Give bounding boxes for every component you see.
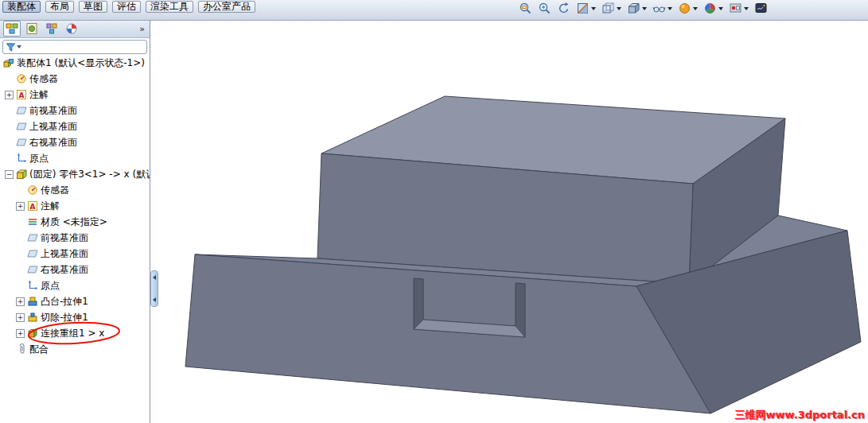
annotations-icon: A xyxy=(16,89,27,100)
collapse-icon[interactable]: − xyxy=(5,170,14,179)
filter-box[interactable] xyxy=(2,40,147,54)
tree-item[interactable]: 装配体1 (默认<显示状态-1>) xyxy=(0,55,150,71)
propertymanager-icon xyxy=(25,22,38,35)
edit-appearance-button[interactable] xyxy=(754,2,768,15)
tree-item[interactable]: 材质 <未指定> xyxy=(0,214,150,230)
collapse-arrow-icon xyxy=(153,275,156,280)
cut-extrude-icon xyxy=(27,312,38,323)
zoom-to-fit-button[interactable] xyxy=(538,2,551,15)
tree-item[interactable]: 原点 xyxy=(0,150,150,166)
filter-input[interactable] xyxy=(22,42,144,52)
display-style-button[interactable] xyxy=(627,2,647,15)
ribbon-tab-6[interactable]: 办公室产品 xyxy=(198,1,255,13)
featuremanager-tree-tab[interactable] xyxy=(3,21,21,37)
tree-item-label: 传感器 xyxy=(41,184,69,197)
tree-item[interactable]: 前视基准面 xyxy=(0,103,150,118)
tree-item[interactable]: 原点 xyxy=(0,277,150,293)
tree-item-label: 上视基准面 xyxy=(29,120,77,134)
ribbon-tab-5[interactable]: 渲染工具 xyxy=(146,1,193,13)
dropdown-caret-icon[interactable] xyxy=(744,7,749,10)
graphics-area[interactable]: 三维网www.3dportal.cn xyxy=(151,20,868,423)
zoom-area-button[interactable] xyxy=(519,2,532,15)
expand-icon[interactable]: + xyxy=(5,91,14,99)
material-icon xyxy=(27,216,38,227)
section-view-icon xyxy=(576,2,590,15)
tree-item-label: 材质 <未指定> xyxy=(41,215,107,229)
displaymanager-tab[interactable] xyxy=(63,21,80,37)
dropdown-caret-icon[interactable] xyxy=(693,7,698,10)
panel-splitter[interactable] xyxy=(150,270,158,307)
displaymanager-icon xyxy=(65,22,78,35)
filter-funnel-icon[interactable] xyxy=(6,42,16,52)
appearances-button[interactable] xyxy=(678,2,698,15)
tree-item-label: 原点 xyxy=(29,152,49,165)
solidworks-window: 装配体布局草图评估渲染工具办公室产品 三维网www.3dportal.cn » … xyxy=(0,0,868,423)
view-orientation-button[interactable] xyxy=(601,2,621,15)
tree-item[interactable]: 右视基准面 xyxy=(0,134,150,150)
sensors-icon xyxy=(27,184,38,196)
heads-up-toolbar xyxy=(519,2,768,15)
configurationmanager-tab[interactable] xyxy=(43,21,60,37)
plane-icon xyxy=(27,248,38,259)
previous-view-button[interactable] xyxy=(557,2,570,15)
watermark-text: 三维网www.3dportal.cn xyxy=(735,408,865,422)
propertymanager-tab[interactable] xyxy=(23,21,41,37)
dropdown-caret-icon[interactable] xyxy=(718,7,723,10)
tree-item[interactable]: 配合 xyxy=(0,341,150,357)
tree-item[interactable]: 上视基准面 xyxy=(0,246,150,262)
tree-item[interactable]: +凸台-拉伸1 xyxy=(0,293,150,309)
tree-item[interactable]: 传感器 xyxy=(0,71,150,87)
tree-item[interactable]: −(固定) 零件3<1> -> x (默认< xyxy=(0,166,150,182)
apply-scene-icon xyxy=(703,2,717,15)
part-icon xyxy=(16,169,27,180)
dropdown-caret-icon[interactable] xyxy=(591,7,596,10)
tree-item-label: 原点 xyxy=(41,279,60,293)
configurationmanager-icon xyxy=(45,22,58,35)
tree-item[interactable]: 传感器 xyxy=(0,182,150,198)
expand-icon[interactable]: + xyxy=(16,202,25,211)
dropdown-caret-icon[interactable] xyxy=(668,7,672,10)
appearances-icon xyxy=(678,2,691,15)
panel-overflow-button[interactable]: » xyxy=(139,24,146,34)
tree-item[interactable]: 上视基准面 xyxy=(0,118,150,134)
model-3d[interactable] xyxy=(151,20,868,423)
zoom-to-fit-icon xyxy=(538,2,551,15)
view-settings-icon xyxy=(729,2,742,15)
expander-spacer xyxy=(16,218,25,227)
origin-icon xyxy=(16,153,27,164)
plane-icon xyxy=(27,232,38,243)
expand-icon[interactable]: + xyxy=(16,313,25,322)
filter-dropdown-caret-icon[interactable] xyxy=(17,45,21,49)
expand-icon[interactable]: + xyxy=(16,329,25,338)
tree-item[interactable]: +切除-拉伸1 xyxy=(0,309,150,325)
dropdown-caret-icon[interactable] xyxy=(617,7,621,10)
expand-icon[interactable]: + xyxy=(16,297,25,306)
tree-item[interactable]: +A注解 xyxy=(0,198,150,214)
apply-scene-button[interactable] xyxy=(703,2,723,15)
annotations-icon: A xyxy=(27,200,38,212)
tree-item-label: 切除-拉伸1 xyxy=(41,311,88,324)
ribbon-tab-3[interactable]: 草图 xyxy=(79,1,107,13)
hide-show-items-button[interactable] xyxy=(652,2,672,15)
tree-item[interactable]: +连接重组1 > x xyxy=(0,325,150,341)
tree-item-label: 注解 xyxy=(29,88,49,102)
origin-icon xyxy=(27,280,38,291)
tree-item[interactable]: 右视基准面 xyxy=(0,262,150,277)
ribbon-tab-2[interactable]: 布局 xyxy=(45,1,74,13)
dropdown-caret-icon[interactable] xyxy=(642,7,647,10)
tree-item[interactable]: +A注解 xyxy=(0,87,150,103)
expander-spacer xyxy=(16,266,25,274)
tree-item[interactable]: 前视基准面 xyxy=(0,230,150,246)
plane-icon xyxy=(27,264,38,275)
featuremanager-tree-icon xyxy=(6,22,18,35)
tree-item-label: 装配体1 (默认<显示状态-1>) xyxy=(17,56,145,70)
ribbon-tab-1[interactable]: 装配体 xyxy=(2,1,41,13)
hide-show-items-icon xyxy=(652,2,666,15)
section-view-button[interactable] xyxy=(576,2,596,15)
expander-spacer xyxy=(16,186,25,195)
expander-spacer xyxy=(5,345,14,354)
expander-spacer xyxy=(16,281,25,290)
view-settings-button[interactable] xyxy=(729,2,749,15)
plane-icon xyxy=(16,137,27,148)
ribbon-tab-4[interactable]: 评估 xyxy=(112,1,141,13)
